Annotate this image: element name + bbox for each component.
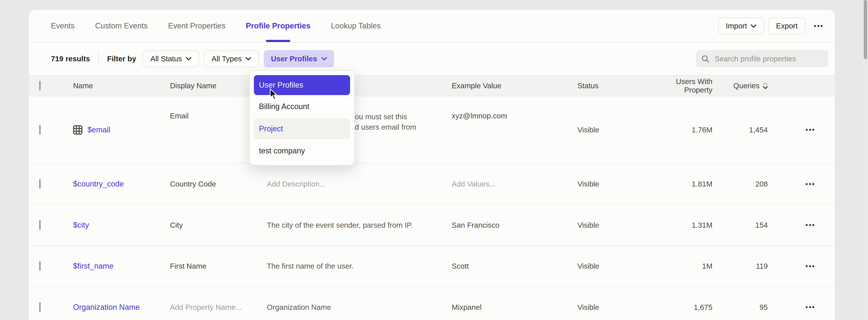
lexicon-card: EventsCustom EventsEvent PropertiesProfi… (29, 10, 835, 320)
tabs-row: EventsCustom EventsEvent PropertiesProfi… (29, 10, 835, 42)
tab-custom-events[interactable]: Custom Events (95, 10, 148, 42)
property-name-link[interactable]: $country_code (73, 180, 170, 188)
lookup-table-icon (73, 125, 83, 135)
tab-events[interactable]: Events (51, 10, 75, 42)
display-name-cell[interactable]: City (170, 221, 267, 229)
row-more-menu-button[interactable] (806, 183, 835, 185)
chevron-down-icon (246, 57, 251, 61)
display-name-cell[interactable]: Add Property Name... (170, 303, 267, 312)
queries-cell: 119 (756, 262, 768, 270)
table-row: $city City The city of the event sender,… (29, 205, 835, 246)
column-header-queries[interactable]: Queries (733, 81, 768, 90)
example-value-cell[interactable]: Scott (452, 262, 578, 270)
description-cell[interactable]: Add Description... (267, 180, 452, 188)
sort-icon[interactable] (763, 82, 768, 89)
dropdown-item-project[interactable]: Project (254, 118, 350, 139)
queries-cell: 1,454 (749, 126, 768, 134)
example-value-cell[interactable]: Mixpanel (452, 303, 578, 312)
example-value-cell[interactable]: xyz@lmnop.com (452, 96, 578, 163)
row-checkbox[interactable] (39, 220, 40, 230)
example-value-cell[interactable]: Add Values... (452, 180, 578, 188)
column-header-example-value[interactable]: Example Value (452, 81, 578, 90)
table-body: $email Email ou must set thisd users ema… (29, 96, 835, 320)
more-menu-button[interactable] (810, 25, 827, 27)
users-with-property-cell: 1.31M (692, 221, 713, 229)
row-checkbox[interactable] (39, 179, 40, 189)
display-name-cell[interactable]: Country Code (170, 180, 267, 188)
status-cell: Visible (578, 180, 663, 188)
export-button[interactable]: Export (768, 17, 805, 34)
status-cell: Visible (578, 303, 663, 312)
users-with-property-cell: 1,675 (694, 303, 713, 312)
row-more-menu-button[interactable] (806, 306, 835, 308)
property-name-link[interactable]: $city (73, 221, 170, 229)
table-header: Name Display Name Example Value Status U… (29, 75, 835, 96)
users-with-property-cell: 1.76M (692, 126, 713, 134)
group-filter-button[interactable]: User Profiles (264, 50, 334, 67)
property-name-link[interactable]: Organization Name (73, 303, 170, 312)
select-all-checkbox[interactable] (39, 81, 40, 91)
page: EventsCustom EventsEvent PropertiesProfi… (0, 0, 868, 320)
property-name-link[interactable]: $first_name (73, 262, 170, 271)
chevron-down-icon (321, 57, 327, 61)
tab-profile-properties[interactable]: Profile Properties (246, 10, 310, 42)
queries-cell: 95 (760, 303, 768, 312)
row-checkbox[interactable] (39, 261, 40, 271)
description-cell[interactable]: Organization Name (267, 303, 452, 312)
users-with-property-cell: 1.81M (692, 180, 713, 188)
tab-lookup-tables[interactable]: Lookup Tables (331, 10, 381, 42)
status-filter-button[interactable]: All Status (143, 50, 199, 67)
status-cell: Visible (578, 126, 663, 134)
type-filter-button[interactable]: All Types (204, 50, 259, 67)
description-cell[interactable]: The first name of the user. (267, 262, 452, 270)
scrollbar-thumb[interactable] (864, 0, 867, 59)
dropdown-item-test-company[interactable]: test company (254, 141, 350, 161)
property-name: Organization Name (73, 303, 140, 312)
dropdown-item-user-profiles[interactable]: User Profiles (254, 75, 350, 95)
row-checkbox[interactable] (39, 125, 40, 135)
status-filter-label: All Status (150, 55, 182, 63)
chevron-down-icon (751, 25, 756, 28)
filter-row: 719 results Filter by All Status All Typ… (29, 42, 835, 75)
property-name: $email (88, 126, 110, 134)
description-cell[interactable]: The city of the event sender, parsed fro… (267, 221, 452, 229)
search-input[interactable] (714, 54, 824, 64)
property-name: $city (73, 221, 89, 229)
header-actions: Import Export (718, 17, 827, 34)
column-header-name[interactable]: Name (73, 81, 170, 90)
property-name: $first_name (73, 262, 114, 271)
group-filter-dropdown: User ProfilesBilling AccountProjecttest … (249, 70, 355, 166)
row-checkbox[interactable] (39, 303, 40, 312)
queries-header-label: Queries (733, 81, 760, 90)
row-more-menu-button[interactable] (806, 224, 835, 226)
search-box[interactable] (696, 50, 828, 67)
dropdown-item-billing-account[interactable]: Billing Account (254, 97, 350, 116)
users-with-property-cell: 1M (702, 262, 713, 270)
type-filter-label: All Types (212, 55, 242, 63)
tab-bar: EventsCustom EventsEvent PropertiesProfi… (51, 10, 381, 42)
chevron-down-icon (186, 57, 191, 61)
row-more-menu-button[interactable] (806, 265, 835, 267)
column-header-users-with-property[interactable]: Users With Property (663, 77, 713, 94)
table-row: Organization Name Add Property Name... O… (29, 287, 835, 320)
queries-cell: 154 (755, 221, 768, 229)
export-button-label: Export (776, 22, 798, 30)
results-count: 719 results (51, 55, 90, 63)
property-name-link[interactable]: $email (73, 125, 170, 135)
display-name-cell[interactable]: First Name (170, 262, 267, 270)
example-value-cell[interactable]: San Francisco (452, 221, 578, 229)
queries-cell: 208 (755, 180, 768, 188)
table-row: $country_code Country Code Add Descripti… (29, 164, 835, 205)
status-cell: Visible (578, 262, 663, 270)
row-more-menu-button[interactable] (806, 129, 835, 131)
status-cell: Visible (578, 221, 663, 229)
filter-by-label: Filter by (107, 55, 136, 63)
tab-event-properties[interactable]: Event Properties (168, 10, 225, 42)
table-row: $first_name First Name The first name of… (29, 246, 835, 287)
import-button[interactable]: Import (718, 17, 764, 34)
column-header-status[interactable]: Status (578, 81, 663, 90)
mouse-cursor (270, 88, 277, 100)
property-name: $country_code (73, 180, 124, 188)
search-icon (702, 55, 709, 63)
divider (98, 51, 99, 66)
